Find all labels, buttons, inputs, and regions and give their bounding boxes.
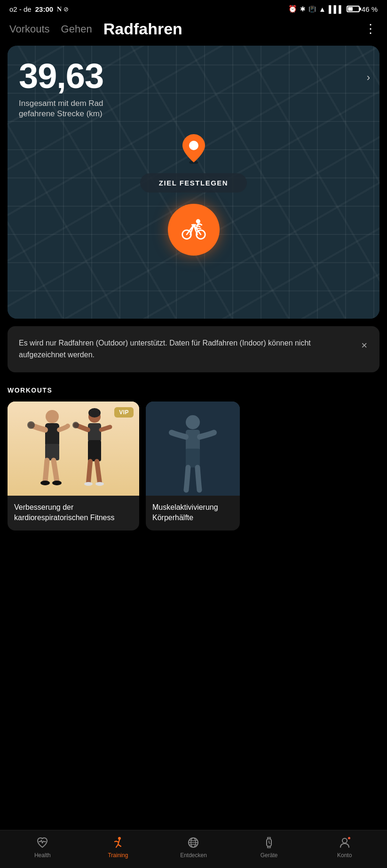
top-nav: Vorkouts Gehen Radfahren ⋮ bbox=[0, 16, 387, 46]
alarm-icon: ⏰ bbox=[288, 5, 297, 13]
svg-point-9 bbox=[52, 481, 62, 485]
svg-rect-6 bbox=[45, 423, 59, 447]
battery-fill bbox=[348, 7, 353, 11]
workouts-section: WORKOUTS bbox=[8, 386, 379, 591]
profile-icon bbox=[338, 836, 351, 849]
svg-point-4 bbox=[196, 219, 200, 223]
workout-card-1[interactable]: VIP Verbesserung der kardiorespiratorisc… bbox=[8, 402, 139, 531]
signal-icon: ▌▌▌ bbox=[329, 5, 344, 13]
warning-box: Es wird nur Radfahren (Outdoor) unterstü… bbox=[8, 326, 379, 372]
bluetooth-icon: ✱ bbox=[300, 5, 306, 13]
svg-point-16 bbox=[95, 482, 104, 486]
svg-point-26 bbox=[342, 838, 347, 843]
svg-rect-20 bbox=[186, 430, 200, 451]
more-menu-button[interactable]: ⋮ bbox=[364, 22, 378, 36]
nav-tab-geraete-label: Geräte bbox=[261, 852, 278, 859]
svg-point-10 bbox=[27, 421, 35, 429]
nav-tab-training[interactable]: Training bbox=[80, 836, 156, 859]
watch-icon bbox=[262, 836, 276, 849]
workout-cards-list: VIP Verbesserung der kardiorespiratorisc… bbox=[8, 402, 379, 535]
svg-point-1 bbox=[189, 141, 198, 150]
health-icon bbox=[36, 836, 49, 849]
svg-rect-14 bbox=[88, 440, 101, 461]
nav-tab-geraete[interactable]: Geräte bbox=[231, 836, 307, 859]
status-left: o2 - de 23:00 𝐍 ⊘ bbox=[9, 5, 69, 13]
slash-circle-icon: ⊘ bbox=[63, 6, 69, 13]
workout-card-1-image: VIP bbox=[8, 402, 139, 496]
wifi-icon: ▲ bbox=[319, 5, 326, 13]
nav-tab-entdecken-label: Entdecken bbox=[180, 852, 207, 859]
cycling-icon bbox=[181, 216, 207, 244]
nav-tab-konto[interactable]: Konto bbox=[307, 836, 382, 859]
svg-point-12 bbox=[88, 408, 101, 418]
nav-tab-health-label: Health bbox=[34, 852, 51, 859]
warning-text: Es wird nur Radfahren (Outdoor) unterstü… bbox=[19, 338, 351, 361]
nav-item-gehen[interactable]: Gehen bbox=[61, 23, 92, 35]
workout-card-2-image bbox=[146, 402, 240, 496]
location-pin bbox=[182, 133, 206, 166]
nfc-icon: 𝐍 bbox=[57, 5, 62, 13]
time-text: 23:00 bbox=[35, 5, 53, 13]
nav-tab-health[interactable]: Health bbox=[5, 836, 80, 859]
main-card: 39,63 Insgesamt mit dem Rad gefahrene St… bbox=[8, 46, 379, 319]
workout-card-2-label: Muskelaktivi­vierung Körperhälfte bbox=[146, 496, 240, 531]
bottom-nav: Health Training Entdecken bbox=[0, 830, 387, 868]
distance-label: Insgesamt mit dem Rad gefahrene Strecke … bbox=[19, 98, 141, 119]
start-cycling-button[interactable] bbox=[168, 204, 220, 256]
svg-point-5 bbox=[46, 410, 59, 423]
workout-card-2[interactable]: Muskelaktivi­vierung Körperhälfte bbox=[146, 402, 240, 531]
svg-point-19 bbox=[186, 415, 200, 429]
vip-badge-1: VIP bbox=[114, 407, 134, 418]
vibrate-icon: 📳 bbox=[308, 6, 316, 13]
status-right: ⏰ ✱ 📳 ▲ ▌▌▌ 46 % bbox=[288, 5, 378, 13]
nav-tab-konto-label: Konto bbox=[337, 852, 352, 859]
nav-tab-training-label: Training bbox=[108, 852, 128, 859]
svg-rect-13 bbox=[88, 423, 101, 442]
map-center-area: ZIEL FESTLEGEN bbox=[19, 133, 368, 256]
status-bar: o2 - de 23:00 𝐍 ⊘ ⏰ ✱ 📳 ▲ ▌▌▌ 46 % bbox=[0, 0, 387, 16]
running-icon bbox=[111, 836, 125, 849]
nav-item-vorkouts[interactable]: Vorkouts bbox=[9, 23, 50, 35]
carrier-text: o2 - de bbox=[9, 5, 32, 13]
nav-item-radfahren[interactable]: Radfahren bbox=[103, 20, 182, 38]
svg-point-8 bbox=[40, 481, 50, 485]
distance-value: 39,63 bbox=[19, 56, 103, 96]
svg-point-15 bbox=[84, 482, 93, 486]
chevron-right-icon[interactable]: › bbox=[367, 72, 370, 84]
svg-point-17 bbox=[72, 422, 79, 428]
warning-close-button[interactable]: × bbox=[358, 338, 370, 353]
battery-icon bbox=[347, 6, 360, 12]
nav-tab-entdecken[interactable]: Entdecken bbox=[156, 836, 231, 859]
card-content: 39,63 Insgesamt mit dem Rad gefahrene St… bbox=[8, 46, 379, 270]
workouts-section-title: WORKOUTS bbox=[8, 386, 379, 394]
svg-rect-21 bbox=[186, 449, 200, 467]
workout-card-1-label: Verbesserung der kardiorespiratorischen … bbox=[8, 496, 139, 531]
battery-percent: 46 % bbox=[362, 5, 378, 13]
globe-icon bbox=[187, 836, 200, 849]
battery-container: 46 % bbox=[347, 5, 378, 13]
set-goal-button[interactable]: ZIEL FESTLEGEN bbox=[140, 173, 247, 193]
notification-dot bbox=[347, 836, 351, 840]
